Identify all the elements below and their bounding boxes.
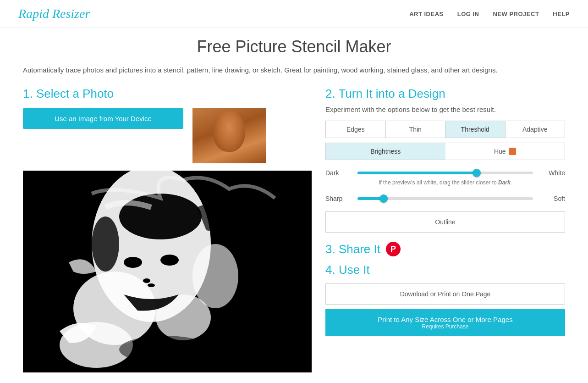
page-title: Free Picture Stencil Maker <box>23 37 565 56</box>
subtab-brightness[interactable]: Brightness <box>326 143 445 160</box>
svg-point-13 <box>252 244 298 281</box>
stencil-preview <box>23 171 312 372</box>
print-btn-label: Print to Any Size Across One or More Pag… <box>378 316 512 323</box>
svg-point-7 <box>124 257 142 268</box>
experiment-text: Experiment with the options below to get… <box>325 105 565 113</box>
svg-point-10 <box>148 283 155 287</box>
brightness-label-dark: Dark <box>325 169 353 177</box>
logo-text: Rapid Resizer <box>18 6 90 21</box>
nav-art-ideas[interactable]: ART IDEAS <box>409 11 444 17</box>
pinterest-button[interactable]: P <box>386 242 401 256</box>
nav-new-project[interactable]: NEW PROJECT <box>493 11 539 17</box>
two-column-layout: 1. Select a Photo Use an Image from Your… <box>23 87 565 372</box>
tab-adaptive[interactable]: Adaptive <box>506 121 565 138</box>
main-content: Free Picture Stencil Maker Automatically… <box>0 28 588 383</box>
nav-log-in[interactable]: LOG IN <box>457 11 479 17</box>
subtab-hue[interactable]: Hue <box>445 143 565 160</box>
brightness-label-white: White <box>538 169 565 177</box>
sharpness-slider-row: Sharp Soft <box>325 195 565 202</box>
brightness-slider-row: Dark White <box>325 169 565 177</box>
step3-section: 3. Share It P <box>325 242 565 256</box>
svg-point-12 <box>211 317 247 345</box>
sharpness-slider-track[interactable] <box>357 197 533 200</box>
tab-threshold[interactable]: Threshold <box>445 121 506 138</box>
sharpness-slider-thumb[interactable] <box>379 194 388 203</box>
tab-thin[interactable]: Thin <box>386 121 446 138</box>
adjustment-subtabs: Brightness Hue <box>325 143 565 160</box>
left-column: 1. Select a Photo Use an Image from Your… <box>23 87 312 372</box>
svg-point-11 <box>92 216 119 272</box>
tab-edges[interactable]: Edges <box>326 121 386 138</box>
logo[interactable]: Rapid Resizer <box>18 6 90 21</box>
upload-button[interactable]: Use an Image from Your Device <box>23 108 183 129</box>
sharpness-label-sharp: Sharp <box>325 195 353 202</box>
filter-tabs: Edges Thin Threshold Adaptive <box>325 121 565 138</box>
nav-help[interactable]: HELP <box>553 11 570 17</box>
brightness-hint: If the preview's all white, drag the sli… <box>325 179 565 186</box>
print-button[interactable]: Print to Any Size Across One or More Pag… <box>325 309 565 336</box>
stencil-svg <box>23 171 312 372</box>
svg-point-4 <box>192 244 238 308</box>
navbar: Rapid Resizer ART IDEAS LOG IN NEW PROJE… <box>0 0 588 28</box>
step4-title: 4. Use It <box>325 263 565 277</box>
svg-point-9 <box>143 278 150 283</box>
photo-thumbnail <box>192 108 266 163</box>
step3-title: 3. Share It <box>325 242 380 256</box>
brightness-slider-fill <box>357 172 477 174</box>
step1-title: 1. Select a Photo <box>23 87 312 101</box>
download-button[interactable]: Download or Print on One Page <box>325 283 565 305</box>
svg-point-8 <box>160 255 179 266</box>
sharpness-label-soft: Soft <box>538 195 565 202</box>
right-column: 2. Turn It into a Design Experiment with… <box>325 87 565 372</box>
hue-color-swatch <box>509 148 516 155</box>
outline-button[interactable]: Outline <box>325 211 565 233</box>
page-description: Automatically trace photos and pictures … <box>23 65 565 76</box>
svg-point-14 <box>119 336 211 363</box>
brightness-slider-track[interactable] <box>357 172 533 174</box>
brightness-slider-thumb[interactable] <box>473 169 481 177</box>
nav-links: ART IDEAS LOG IN NEW PROJECT HELP <box>409 11 570 17</box>
subtab-hue-label: Hue <box>494 148 506 155</box>
step2-title: 2. Turn It into a Design <box>325 87 565 101</box>
print-btn-sublabel: Requires Purchase <box>332 323 559 334</box>
brightness-slider-group: Dark White If the preview's all white, d… <box>325 169 565 186</box>
sharpness-slider-group: Sharp Soft <box>325 195 565 202</box>
